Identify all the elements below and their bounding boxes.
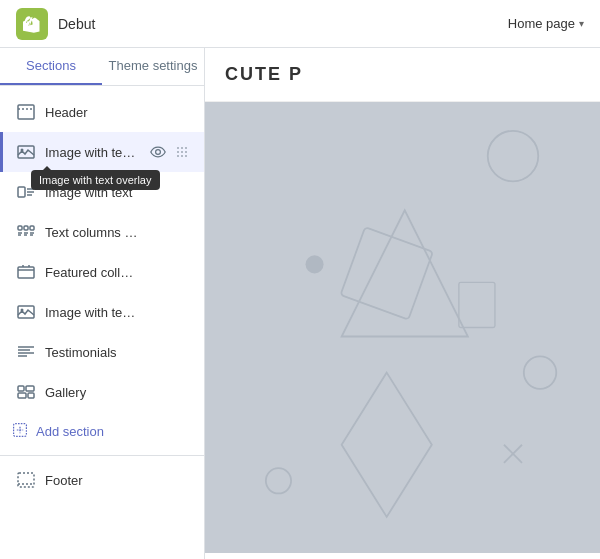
section-item-image-overlay-2[interactable]: Image with text ov... [0,292,204,332]
svg-rect-67 [177,355,179,357]
svg-rect-9 [181,151,183,153]
svg-rect-69 [18,386,24,391]
image-overlay-icon-2 [15,301,37,323]
svg-rect-64 [181,347,183,349]
svg-rect-65 [177,351,179,353]
svg-rect-90 [459,282,495,327]
svg-rect-83 [18,473,34,487]
text-columns-icon [15,221,37,243]
svg-rect-71 [18,393,26,398]
svg-rect-11 [177,155,179,157]
section-testimonials-label: Testimonials [45,345,140,360]
svg-rect-35 [177,227,179,229]
svg-rect-13 [185,155,187,157]
visibility-toggle-2[interactable] [148,182,168,202]
add-section-icon [12,422,28,441]
collection-icon [15,261,37,283]
section-item-gallery[interactable]: Gallery [0,372,204,412]
svg-rect-6 [181,147,183,149]
section-item-header[interactable]: Header [0,92,204,132]
drag-handle-7[interactable] [172,382,192,402]
tab-sections[interactable]: Sections [0,48,102,85]
add-section-button[interactable]: Add section [0,412,204,451]
drag-handle-2[interactable] [172,182,192,202]
visibility-toggle-4[interactable] [148,262,168,282]
svg-marker-94 [342,373,432,517]
section-divider [0,455,204,456]
svg-point-73 [156,390,161,395]
section-item-featured-collection[interactable]: Featured collection [0,252,204,292]
svg-point-18 [156,190,161,195]
drag-handle-3[interactable] [172,222,192,242]
svg-rect-19 [177,187,179,189]
section-text-columns-label: Text columns with i... [45,225,140,240]
svg-point-34 [156,230,161,235]
section-footer-label: Footer [45,473,192,488]
svg-rect-79 [181,395,183,397]
svg-rect-37 [177,231,179,233]
svg-rect-8 [177,151,179,153]
svg-rect-21 [177,191,179,193]
sidebar-tabs: Sections Theme settings [0,48,204,86]
svg-rect-14 [18,187,25,197]
svg-point-51 [156,310,161,315]
tab-theme-settings[interactable]: Theme settings [102,48,204,85]
topbar-right[interactable]: Home page ▾ [508,16,584,31]
svg-rect-78 [177,395,179,397]
section-1-actions [148,142,192,162]
svg-rect-0 [18,105,34,119]
visibility-toggle-7[interactable] [148,382,168,402]
visibility-toggle-6[interactable] [148,342,168,362]
gallery-icon [15,381,37,403]
image-overlay-icon-1 [15,141,37,163]
store-name: Debut [58,16,95,32]
svg-point-91 [306,255,324,273]
svg-rect-5 [177,147,179,149]
section-item-image-overlay-1[interactable]: Image with text ov... [0,132,204,172]
section-item-text-columns[interactable]: Text columns with i... [0,212,204,252]
svg-rect-54 [177,311,179,313]
drag-handle-6[interactable] [172,342,192,362]
section-header-label: Header [45,105,192,120]
section-gallery-label: Gallery [45,385,140,400]
svg-rect-72 [28,393,34,398]
svg-rect-74 [177,387,179,389]
preview-image [205,102,600,553]
svg-rect-66 [181,351,183,353]
preview-frame: CUTE P [205,48,600,559]
drag-handle-1[interactable] [172,142,192,162]
visibility-toggle-1[interactable] [148,142,168,162]
drag-handle-5[interactable] [172,302,192,322]
preview-title: CUTE P [205,48,600,102]
section-item-footer[interactable]: Footer [0,460,204,500]
add-section-label: Add section [36,424,104,439]
svg-rect-68 [181,355,183,357]
topbar: Debut Home page ▾ [0,0,600,48]
svg-rect-7 [185,147,187,149]
svg-rect-12 [181,155,183,157]
svg-point-86 [524,356,556,388]
shopify-logo [16,8,48,40]
svg-point-4 [156,150,161,155]
svg-rect-24 [181,195,183,197]
drag-handle-4[interactable] [172,262,192,282]
section-item-image-text[interactable]: Image with text [0,172,204,212]
svg-rect-38 [181,231,183,233]
visibility-toggle-3[interactable] [148,222,168,242]
page-selector[interactable]: Home page ▾ [508,16,584,31]
svg-point-85 [488,131,539,182]
visibility-toggle-5[interactable] [148,302,168,322]
svg-rect-36 [181,227,183,229]
section-item-testimonials[interactable]: Testimonials [0,332,204,372]
svg-point-87 [266,468,291,493]
svg-point-62 [156,350,161,355]
svg-rect-45 [177,271,179,273]
svg-rect-48 [181,275,183,277]
svg-rect-76 [177,391,179,393]
section-image-overlay-2-label: Image with text ov... [45,305,140,320]
svg-rect-26 [24,226,28,230]
chevron-down-icon: ▾ [579,18,584,29]
svg-rect-47 [177,275,179,277]
svg-rect-56 [177,315,179,317]
svg-rect-23 [177,195,179,197]
